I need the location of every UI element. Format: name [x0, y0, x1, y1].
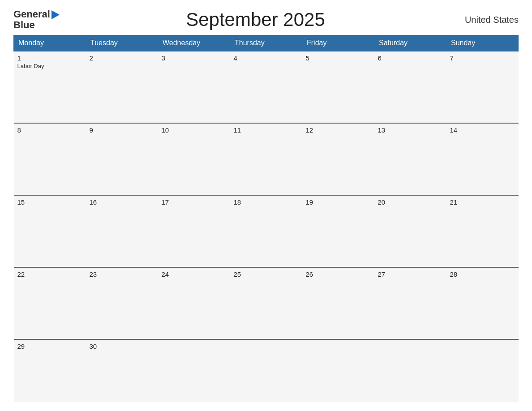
table-row: 11 [230, 123, 302, 195]
logo-general-text: General [13, 9, 50, 20]
col-wednesday: Wednesday [158, 35, 230, 51]
logo: General Blue [13, 9, 60, 30]
table-row: 9 [86, 123, 158, 195]
day-number: 7 [450, 54, 515, 62]
day-number: 14 [450, 126, 515, 134]
logo-triangle-icon [51, 10, 60, 19]
table-row [230, 339, 302, 402]
day-number: 25 [234, 270, 299, 278]
day-number: 23 [90, 270, 154, 278]
col-monday: Monday [14, 35, 86, 51]
day-number: 22 [17, 270, 82, 278]
page-title: September 2025 [60, 9, 451, 30]
day-number: 24 [162, 270, 227, 278]
day-number: 13 [378, 126, 443, 134]
day-number: 30 [90, 342, 154, 350]
col-friday: Friday [302, 35, 374, 51]
calendar-table: Monday Tuesday Wednesday Thursday Friday… [13, 35, 519, 402]
table-row: 6 [374, 51, 446, 123]
table-row: 18 [230, 195, 302, 267]
table-row: 5 [302, 51, 374, 123]
col-tuesday: Tuesday [86, 35, 158, 51]
day-number: 20 [378, 198, 443, 206]
table-row [374, 339, 446, 402]
col-saturday: Saturday [374, 35, 446, 51]
day-number: 28 [450, 270, 515, 278]
calendar-week-row: 15161718192021 [14, 195, 519, 267]
table-row: 15 [14, 195, 86, 267]
logo-icon: General Blue [13, 9, 60, 30]
day-number: 26 [306, 270, 371, 278]
table-row: 3 [158, 51, 230, 123]
day-number: 2 [90, 54, 154, 62]
table-row: 16 [86, 195, 158, 267]
day-number: 3 [162, 54, 227, 62]
table-row: 26 [302, 267, 374, 339]
table-row: 19 [302, 195, 374, 267]
calendar-week-row: 891011121314 [14, 123, 519, 195]
table-row: 25 [230, 267, 302, 339]
table-row: 7 [446, 51, 519, 123]
calendar-week-row: 22232425262728 [14, 267, 519, 339]
table-row: 8 [14, 123, 86, 195]
day-number: 29 [17, 342, 82, 350]
table-row: 21 [446, 195, 519, 267]
table-row: 28 [446, 267, 519, 339]
table-row: 4 [230, 51, 302, 123]
logo-blue-text: Blue [13, 20, 35, 30]
col-thursday: Thursday [230, 35, 302, 51]
day-number: 16 [90, 198, 154, 206]
holiday-label: Labor Day [17, 63, 82, 69]
calendar-week-row: 2930 [14, 339, 519, 402]
day-number: 8 [17, 126, 82, 134]
table-row: 12 [302, 123, 374, 195]
calendar-week-row: 1Labor Day234567 [14, 51, 519, 123]
day-number: 27 [378, 270, 443, 278]
table-row: 2 [86, 51, 158, 123]
calendar-header-row: Monday Tuesday Wednesday Thursday Friday… [14, 35, 519, 51]
day-number: 6 [378, 54, 443, 62]
table-row [158, 339, 230, 402]
table-row: 27 [374, 267, 446, 339]
table-row: 1Labor Day [14, 51, 86, 123]
day-number: 17 [162, 198, 227, 206]
svg-marker-0 [51, 10, 60, 19]
col-sunday: Sunday [446, 35, 519, 51]
calendar-page: General Blue September 2025 United State… [0, 0, 532, 411]
table-row: 14 [446, 123, 519, 195]
table-row: 20 [374, 195, 446, 267]
day-number: 9 [90, 126, 154, 134]
table-row [446, 339, 519, 402]
day-number: 19 [306, 198, 371, 206]
day-number: 21 [450, 198, 515, 206]
page-header: General Blue September 2025 United State… [13, 9, 519, 30]
table-row: 13 [374, 123, 446, 195]
day-number: 4 [234, 54, 299, 62]
day-number: 11 [234, 126, 299, 134]
table-row: 22 [14, 267, 86, 339]
table-row [302, 339, 374, 402]
table-row: 10 [158, 123, 230, 195]
day-number: 12 [306, 126, 371, 134]
table-row: 24 [158, 267, 230, 339]
table-row: 23 [86, 267, 158, 339]
table-row: 30 [86, 339, 158, 402]
day-number: 10 [162, 126, 227, 134]
table-row: 17 [158, 195, 230, 267]
day-number: 5 [306, 54, 371, 62]
day-number: 18 [234, 198, 299, 206]
day-number: 1 [17, 54, 82, 62]
table-row: 29 [14, 339, 86, 402]
country-label: United States [451, 15, 519, 25]
day-number: 15 [17, 198, 82, 206]
